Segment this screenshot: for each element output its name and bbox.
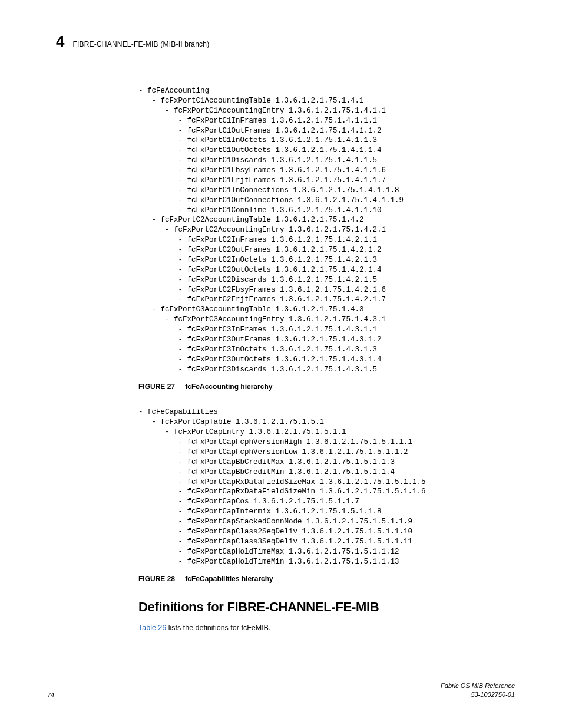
figure-27-title: fcFeAccounting hierarchy [185,383,272,391]
page-header: 4 FIBRE-CHANNEL-FE-MIB (MIB-II branch) [56,32,515,51]
document-page: 4 FIBRE-CHANNEL-FE-MIB (MIB-II branch) -… [0,0,562,728]
section-intro: Table 26 lists the definitions for fcFeM… [138,623,515,634]
footer-doc-title: Fabric OS MIB Reference [441,681,515,690]
figure-27-label: FIGURE 27 [138,383,175,391]
section-heading: Definitions for FIBRE-CHANNEL-FE-MIB [138,599,515,615]
header-title: FIBRE-CHANNEL-FE-MIB (MIB-II branch) [72,40,209,48]
figure-28-title: fcFeCapabilities hierarchy [185,575,273,583]
mib-tree-capabilities: - fcFeCapabilities - fcFxPortCapTable 1.… [138,407,515,566]
section-intro-rest: lists the definitions for fcFeMIB. [166,624,270,632]
page-number: 74 [47,691,54,699]
page-footer: 74 Fabric OS MIB Reference 53-1002750-01 [47,681,515,699]
figure-27-caption: FIGURE 27 fcFeAccounting hierarchy [138,383,515,391]
page-content: - fcFeAccounting - fcFxPortC1AccountingT… [138,86,515,634]
chapter-number: 4 [56,32,64,51]
figure-28-caption: FIGURE 28 fcFeCapabilities hierarchy [138,575,515,583]
footer-doc-info: Fabric OS MIB Reference 53-1002750-01 [441,681,515,699]
figure-28-label: FIGURE 28 [138,575,175,583]
table-26-link[interactable]: Table 26 [138,624,166,632]
footer-doc-id: 53-1002750-01 [441,690,515,699]
mib-tree-accounting: - fcFeAccounting - fcFxPortC1AccountingT… [138,86,515,374]
